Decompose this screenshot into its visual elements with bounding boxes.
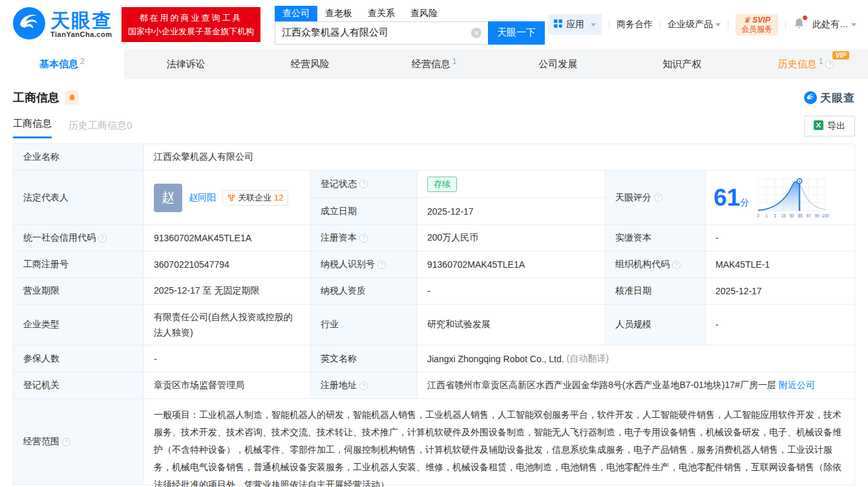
nearby-companies-link[interactable]: 附近公司 [779,380,815,391]
promo-line1: 都在用的商业查询工具 [128,11,254,25]
table-row: 企业名称 江西众擎机器人有限公司 [14,144,854,171]
help-icon[interactable]: ? [98,234,107,243]
tab-basic-info[interactable]: 基本信息2 [0,49,124,79]
insured-count-value: - [144,345,311,372]
vip-badge: VIP [832,51,849,60]
search-area: 查公司 查老板 查关系 查风险 ✕ 天眼一下 [275,5,545,45]
score-number: 61 [714,184,740,211]
export-button[interactable]: 导出 [804,116,855,136]
avatar[interactable]: 赵 [154,184,182,212]
business-term-label: 营业期限 [14,278,144,304]
apps-grid-icon [554,19,562,30]
brand-domain: TianYanCha.com [50,30,112,38]
tab-operation-info[interactable]: 经营信息1 [372,49,496,79]
svg-text:15: 15 [781,213,787,218]
svg-text:0: 0 [757,213,759,218]
help-icon[interactable]: ? [672,261,681,269]
company-name-value: 江西众擎机器人有限公司 [144,144,856,170]
clear-icon[interactable]: ✕ [471,28,482,38]
tianyancha-logo[interactable]: 天眼查 TianYanCha.com [13,7,112,42]
registered-address-value: 江西省赣州市章贡区高新区水西产业园金华路8号(水西产业基地B7-01地块)17#… [418,373,856,398]
help-icon[interactable]: ? [359,234,368,243]
top-header: 天眼查 TianYanCha.com 都在用的商业查询工具 国家中小企业发展子基… [0,0,868,49]
svip-member-button[interactable]: ♛ SVIP 会员服务 [736,14,778,36]
promo-banner: 都在用的商业查询工具 国家中小企业发展子基金旗下机构 [122,7,260,42]
registered-address-label: 注册地址? [311,373,418,398]
tab-history-info[interactable]: VIP 历史信息1 ? [744,49,868,79]
credit-code-label: 统一社会信用代码? [14,225,144,251]
registration-number-value: 360702210547794 [144,252,311,277]
status-date-block: 登记状态? 存续 成立日期 2025-12-17 [311,171,606,224]
search-button[interactable]: 天眼一下 [488,21,545,45]
help-icon[interactable]: ? [359,382,368,390]
apps-menu[interactable]: 应用 [548,14,602,35]
search-tab-relation[interactable]: 查关系 [360,6,403,21]
staff-size-value: - [706,305,856,345]
tab-operation-risk[interactable]: 经营风险 [248,49,372,79]
subscribe-bell-icon[interactable] [65,91,79,105]
crown-icon: ♛ [743,16,752,25]
taxpayer-qualification-label: 纳税人资质 [311,278,418,304]
svg-text:100: 100 [822,213,829,218]
organization-code-value: MAK45TLE-1 [706,252,856,277]
tab-legal-proceedings[interactable]: 法律诉讼 [124,49,248,79]
business-info-table: 企业名称 江西众擎机器人有限公司 法定代表人 赵 赵同阳 关联企业 12 [13,144,855,485]
staff-size-label: 人员规模 [606,305,706,345]
help-icon[interactable]: ? [377,261,386,269]
apps-label: 应用 [566,19,584,30]
notification-bell-icon[interactable] [793,17,805,32]
english-name-value: Jiangxi Zhongqing Robot Co., Ltd. (自动翻译) [418,345,856,372]
help-icon[interactable]: ? [654,193,662,202]
help-icon[interactable]: ? [62,438,70,446]
search-tab-company[interactable]: 查公司 [275,6,317,21]
network-icon [228,194,235,202]
company-name-label: 企业名称 [14,144,144,170]
business-scope-value: 一般项目：工业机器人制造，智能机器人的研发，智能机器人销售，工业机器人销售，人工… [144,399,856,484]
registration-number-label: 工商注册号 [14,252,144,277]
insured-count-label: 参保人数 [14,345,144,372]
related-companies-badge[interactable]: 关联企业 12 [222,190,288,206]
watermark-logo-icon [804,91,817,104]
business-term-value: 2025-12-17 至 无固定期限 [144,278,311,304]
company-type-value: 有限责任公司(自然人投资或控股的法人独资) [144,305,311,345]
search-tab-risk[interactable]: 查风险 [403,6,445,21]
section-title: 工商信息 [13,90,59,105]
user-account-menu[interactable]: 此处有… [812,19,856,30]
chevron-down-icon [851,23,856,27]
score-unit: 分 [740,197,749,208]
search-input[interactable] [275,21,488,45]
search-tab-boss[interactable]: 查老板 [317,6,360,21]
svg-text:3: 3 [774,213,776,218]
legal-representative-value: 赵 赵同阳 关联企业 12 [144,171,311,224]
chevron-down-icon [591,23,596,27]
tab-intellectual-property[interactable]: 知识产权 [620,49,744,79]
registered-capital-label: 注册资本? [311,225,418,251]
subtab-history-business-info[interactable]: 历史工商信息0 [69,120,132,138]
taxpayer-id-label: 纳税人识别号? [311,252,418,277]
svg-text:85: 85 [798,213,803,218]
company-nav-tabs: 基本信息2 法律诉讼 经营风险 经营信息1 公司发展 知识产权 VIP 历史信息… [0,49,868,79]
business-cooperation-link[interactable]: 商务合作 [617,19,653,30]
tab-company-development[interactable]: 公司发展 [496,49,620,79]
svg-text:99: 99 [815,213,820,218]
registration-status-value: 存续 [418,171,605,197]
legal-representative-link[interactable]: 赵同阳 [189,192,216,204]
help-icon[interactable]: ? [825,60,834,69]
taxpayer-qualification-value: - [418,278,606,304]
tianyan-score-label: 天眼评分? [606,171,706,224]
organization-code-label: 组织机构代码? [606,252,706,277]
divider [609,20,609,29]
registration-status-label: 登记状态? [311,171,418,197]
registration-authority-value: 章贡区市场监督管理局 [144,373,311,398]
business-scope-label: 经营范围? [14,399,144,484]
table-row: 法定代表人 赵 赵同阳 关联企业 12 [14,171,854,225]
svg-text:1: 1 [765,213,768,218]
subtab-business-info[interactable]: 工商信息 [13,118,52,138]
enterprise-products-menu[interactable]: 企业级产品 [668,19,721,30]
status-badge: 存续 [427,177,457,192]
registered-capital-value: 200万人民币 [418,225,606,251]
legal-representative-label: 法定代表人 [14,171,144,224]
divider [728,20,728,29]
establish-date-label: 成立日期 [311,198,418,224]
help-icon[interactable]: ? [359,180,368,188]
